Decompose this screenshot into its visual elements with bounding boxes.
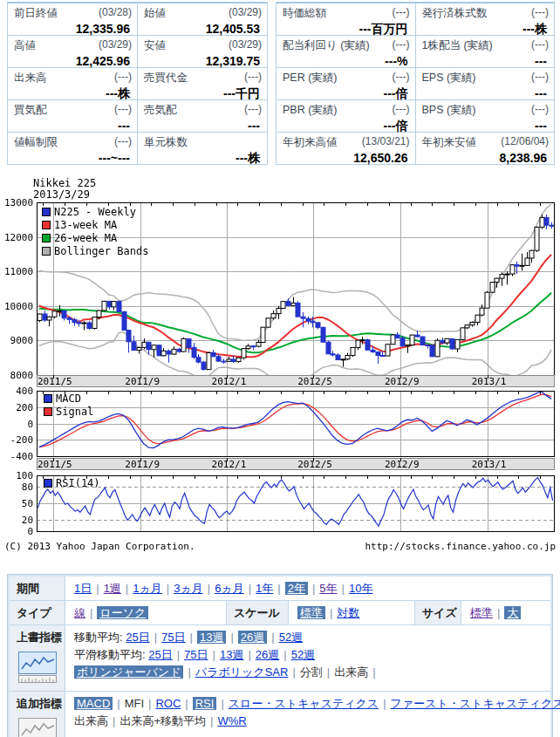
additional-header: 追加指標 bbox=[10, 692, 65, 737]
separator: | bbox=[497, 606, 500, 619]
type-candlestick[interactable]: ローソク bbox=[97, 606, 148, 619]
volume-cell: 出来高(---)---株 bbox=[8, 68, 138, 100]
ma-26w[interactable]: 26週 bbox=[238, 631, 267, 644]
ema-25d[interactable]: 25日 bbox=[148, 648, 172, 661]
cell-date: (---) bbox=[531, 103, 549, 118]
overlay-indicators-row: 上書指標 移動平均: 25日|75日|13週|26週|52週 平滑移動平均 bbox=[10, 625, 550, 692]
separator: | bbox=[167, 582, 169, 595]
cell-label: EPS (実績) bbox=[422, 71, 476, 85]
parabolic-sar[interactable]: パラボリックSAR bbox=[195, 665, 289, 679]
separator: | bbox=[188, 665, 190, 679]
period-10year[interactable]: 10年 bbox=[349, 582, 372, 595]
separator: | bbox=[372, 665, 375, 679]
period-2year[interactable]: 2年 bbox=[285, 582, 308, 595]
cell-date: (---) bbox=[531, 71, 549, 85]
period-6month[interactable]: 6ヵ月 bbox=[215, 582, 244, 595]
indicator-fast-stochastics[interactable]: ファースト・ストキャスティクス bbox=[391, 697, 560, 710]
additional-options: MACD|MFI|ROC|RSI|スロー・ストキャスティクス|ファースト・ストキ… bbox=[65, 692, 560, 737]
ma-prefix: 移動平均: bbox=[74, 631, 123, 644]
indicator-macd[interactable]: MACD bbox=[74, 697, 113, 710]
cell-label: 安値 bbox=[144, 38, 166, 53]
high-cell: 高値(03/29)12,425.96 bbox=[8, 36, 138, 68]
cell-value: --- bbox=[416, 53, 555, 68]
ema-52w[interactable]: 52週 bbox=[291, 648, 315, 661]
cell-value: 12,319.75 bbox=[138, 53, 267, 68]
ma-75d[interactable]: 75日 bbox=[161, 631, 185, 644]
ma-52w[interactable]: 52週 bbox=[279, 631, 303, 644]
separator: | bbox=[148, 697, 151, 710]
type-header: タイプ bbox=[10, 601, 65, 624]
indicator-roc[interactable]: ROC bbox=[155, 697, 181, 710]
chart-settings-panel: 期間 1日|1週|1ヵ月|3ヵ月|6ヵ月|1年|2年|5年|10年 タイプ 線|… bbox=[7, 574, 553, 737]
cell-value: 8,238.96 bbox=[416, 150, 555, 165]
cell-value: --- bbox=[8, 118, 137, 133]
ma-13w[interactable]: 13週 bbox=[197, 631, 226, 644]
indicator-wpr[interactable]: W%R bbox=[217, 714, 246, 727]
ema-75d[interactable]: 75日 bbox=[184, 648, 208, 661]
period-row: 期間 1日|1週|1ヵ月|3ヵ月|6ヵ月|1年|2年|5年|10年 bbox=[10, 577, 550, 601]
bollinger-bands[interactable]: ボリンジャーバンド bbox=[74, 665, 183, 679]
separator: | bbox=[271, 631, 274, 644]
separator: | bbox=[113, 714, 115, 727]
size-options: 標準|大 bbox=[461, 601, 550, 624]
indicator-volume: 出来高 bbox=[74, 714, 108, 727]
ma-25d[interactable]: 25日 bbox=[126, 631, 149, 644]
overlay-options: 移動平均: 25日|75日|13週|26週|52週 平滑移動平均: 25日|75… bbox=[65, 625, 550, 691]
type-options: 線|ローソク bbox=[65, 601, 226, 624]
separator: | bbox=[90, 606, 92, 619]
period-1day[interactable]: 1日 bbox=[74, 582, 92, 595]
separator: | bbox=[154, 631, 157, 644]
size-standard[interactable]: 標準 bbox=[470, 606, 493, 619]
prev-close-cell: 前日終値(03/28)12,335.96 bbox=[8, 3, 138, 36]
period-3month[interactable]: 3ヵ月 bbox=[174, 582, 203, 595]
separator: | bbox=[190, 631, 193, 644]
cell-date: (---) bbox=[114, 135, 132, 150]
separator: | bbox=[213, 648, 215, 661]
separator: | bbox=[210, 714, 213, 727]
source-url: http://stocks.finance.yahoo.co.jp bbox=[365, 541, 556, 552]
period-1week[interactable]: 1週 bbox=[104, 582, 121, 595]
cell-date: (03/29) bbox=[99, 38, 132, 53]
split-option: 分割 bbox=[300, 665, 323, 679]
quote-table-right: 時価総額(---)---百万円 発行済株式数(---)---株 配当利回り (実… bbox=[276, 2, 555, 165]
scale-log[interactable]: 対数 bbox=[337, 606, 359, 619]
cell-label: 買気配 bbox=[14, 103, 47, 118]
mini-line-chart-icon bbox=[18, 652, 58, 686]
cell-value: ---~--- bbox=[8, 150, 137, 165]
ytd-low-cell: 年初来安値(12/06/04)8,238.96 bbox=[416, 133, 556, 165]
quote-summary-tables: 前日終値(03/28)12,335.96 始値(03/29)12,405.53 … bbox=[7, 2, 555, 165]
indicator-slow-stochastics[interactable]: スロー・ストキャスティクス bbox=[229, 697, 379, 710]
overlay-header: 上書指標 bbox=[10, 625, 65, 691]
cell-date: (03/29) bbox=[229, 38, 262, 53]
cell-value: --- bbox=[138, 118, 267, 133]
cell-value: ---% bbox=[277, 53, 415, 68]
separator: | bbox=[277, 582, 280, 595]
cell-label: 前日終値 bbox=[14, 6, 58, 21]
cell-date: (---) bbox=[114, 71, 132, 85]
dividend-yield-cell: 配当利回り (実績)(---)---% bbox=[277, 36, 416, 68]
size-header: サイズ bbox=[414, 601, 461, 624]
cell-value: 12,335.96 bbox=[8, 21, 137, 36]
cell-label: 年初来安値 bbox=[422, 135, 477, 150]
scale-standard[interactable]: 標準 bbox=[297, 606, 325, 619]
period-5year[interactable]: 5年 bbox=[319, 582, 337, 595]
cell-label: 時価総額 bbox=[283, 6, 326, 21]
cell-label: 高値 bbox=[14, 38, 36, 53]
separator: | bbox=[383, 697, 386, 710]
size-large[interactable]: 大 bbox=[504, 606, 521, 619]
separator: | bbox=[126, 582, 128, 595]
ema-13w[interactable]: 13週 bbox=[220, 648, 243, 661]
period-1year[interactable]: 1年 bbox=[256, 582, 273, 595]
type-line[interactable]: 線 bbox=[74, 606, 85, 619]
period-1month[interactable]: 1ヵ月 bbox=[133, 582, 162, 595]
additional-header-label: 追加指標 bbox=[17, 697, 62, 710]
ema-26w[interactable]: 26週 bbox=[256, 648, 279, 661]
cell-label: 売気配 bbox=[144, 103, 177, 118]
cell-value: 12,405.53 bbox=[138, 21, 267, 36]
separator: | bbox=[96, 582, 99, 595]
cell-date: (12/06/04) bbox=[501, 135, 549, 150]
period-options: 1日|1週|1ヵ月|3ヵ月|6ヵ月|1年|2年|5年|10年 bbox=[65, 577, 550, 600]
ask-cell: 売気配(---)--- bbox=[138, 100, 268, 133]
cell-date: (13/03/21) bbox=[362, 135, 410, 150]
indicator-rsi[interactable]: RSI bbox=[193, 697, 217, 710]
